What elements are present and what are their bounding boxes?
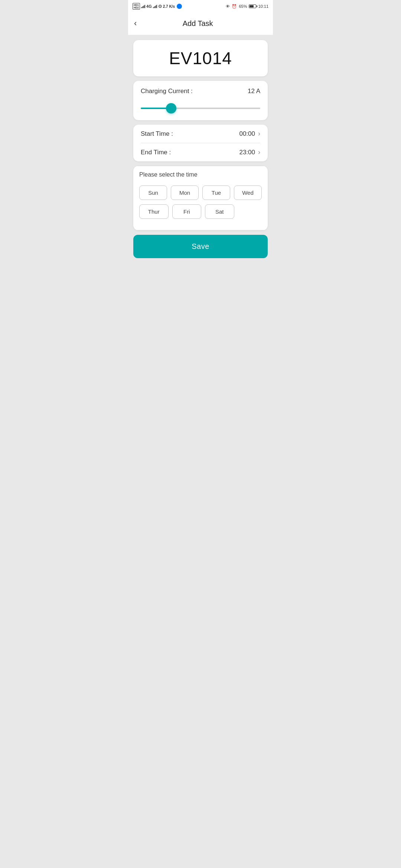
status-right: 👁 ⏰ 65% 10:11	[226, 4, 268, 9]
day-button-thur[interactable]: Thur	[139, 204, 169, 219]
back-button[interactable]: ‹	[134, 17, 140, 30]
charging-current-slider[interactable]	[141, 108, 260, 109]
end-time-value-container: 23:00 ›	[239, 148, 260, 156]
end-time-chevron-icon: ›	[258, 148, 260, 156]
day-button-wed[interactable]: Wed	[234, 185, 262, 200]
start-time-row[interactable]: Start Time : 00:00 ›	[141, 125, 260, 143]
day-button-mon[interactable]: Mon	[171, 185, 199, 200]
slider-container	[141, 101, 260, 114]
alarm-icon: ⏰	[232, 4, 237, 9]
start-time-chevron-icon: ›	[258, 130, 260, 138]
hd-badge: HD1 HD2	[133, 3, 140, 10]
day-selector-title: Please select the time	[139, 171, 262, 178]
day-buttons-row-2: Thur Fri Sat	[139, 204, 262, 219]
status-bar: HD1 HD2 4G ⊙ 2.7 K/s 👁 ⏰ 65% 10:11	[128, 0, 273, 12]
battery-icon	[249, 4, 256, 8]
wifi-icon: ⊙	[158, 4, 162, 9]
blue-dot-icon	[177, 4, 182, 9]
end-time-value: 23:00	[239, 149, 255, 156]
ev-id-value: EV1014	[169, 49, 232, 68]
end-time-label: End Time :	[141, 149, 171, 156]
charging-value: 12 A	[248, 88, 260, 95]
battery-percent: 65%	[239, 4, 247, 9]
day-selector-card: Please select the time Sun Mon Tue Wed T…	[133, 166, 268, 230]
day-button-fri[interactable]: Fri	[172, 204, 202, 219]
day-selector-inner: Please select the time Sun Mon Tue Wed T…	[135, 166, 266, 230]
start-time-value: 00:00	[239, 130, 255, 138]
start-time-value-container: 00:00 ›	[239, 130, 260, 138]
signal-4g-1	[141, 4, 145, 8]
start-time-label: Start Time :	[141, 130, 173, 138]
day-button-sun[interactable]: Sun	[139, 185, 167, 200]
page-title: Add Task	[140, 19, 256, 28]
charging-current-card: Charging Current : 12 A	[133, 81, 268, 120]
end-time-row[interactable]: End Time : 23:00 ›	[141, 143, 260, 161]
time-card: Start Time : 00:00 › End Time : 23:00 ›	[133, 125, 268, 161]
ev-id-card: EV1014	[133, 40, 268, 76]
day-buttons-row-1: Sun Mon Tue Wed	[139, 185, 262, 200]
day-button-tue[interactable]: Tue	[202, 185, 230, 200]
day-button-sat[interactable]: Sat	[205, 204, 234, 219]
network-label: 4G	[146, 4, 152, 9]
main-content: EV1014 Charging Current : 12 A Start Tim…	[128, 35, 273, 263]
charging-label: Charging Current :	[141, 88, 193, 95]
day-spacer	[238, 204, 262, 219]
status-left: HD1 HD2 4G ⊙ 2.7 K/s	[133, 3, 182, 10]
clock-time: 10:11	[258, 4, 268, 9]
speed-label: 2.7 K/s	[163, 4, 175, 9]
save-button[interactable]: Save	[133, 235, 268, 258]
charging-header: Charging Current : 12 A	[141, 88, 260, 95]
signal-4g-2	[153, 4, 157, 8]
eye-icon: 👁	[226, 4, 230, 9]
header: ‹ Add Task	[128, 12, 273, 35]
